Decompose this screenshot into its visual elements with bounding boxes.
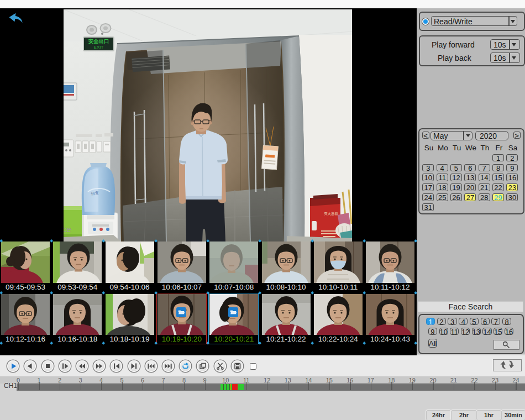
svg-text:灭火器箱: 灭火器箱 [324, 212, 339, 216]
svg-text:EXIT: EXIT [94, 45, 104, 50]
svg-text:安全出口: 安全出口 [88, 38, 109, 44]
svg-text:ce: ce [64, 224, 71, 234]
